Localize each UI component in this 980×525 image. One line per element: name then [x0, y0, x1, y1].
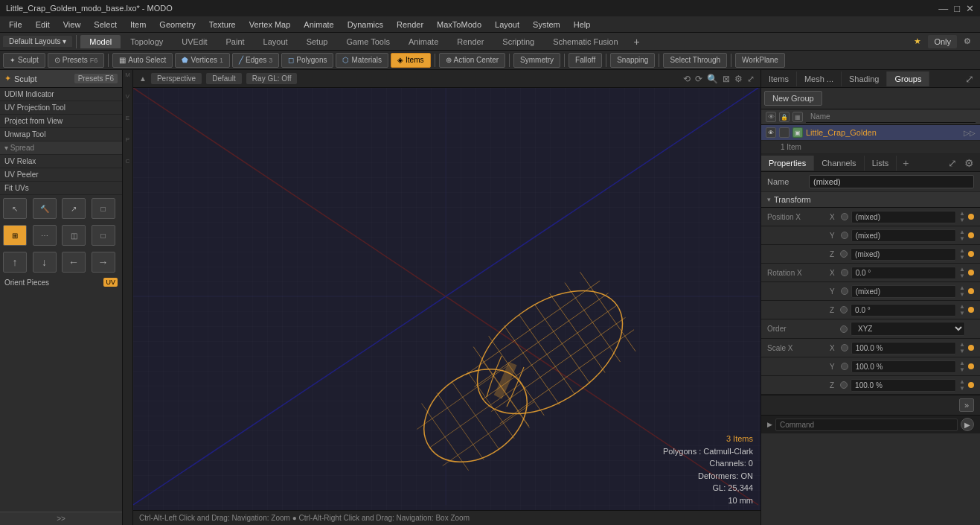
- snapping-button[interactable]: Snapping: [610, 53, 655, 68]
- menu-render[interactable]: Render: [391, 19, 429, 31]
- new-group-button[interactable]: New Group: [764, 91, 822, 106]
- group-row-1[interactable]: 👁 ▣ Little_Crap_Golden ▷▷: [761, 125, 980, 141]
- scale-y-circle[interactable]: [841, 363, 848, 370]
- presets-f6-button[interactable]: Presets F6: [74, 74, 118, 83]
- tool-icon-frame[interactable]: □: [92, 225, 115, 246]
- props-expand-icon[interactable]: ⤢: [945, 156, 960, 171]
- vertices-button[interactable]: ⬟ Vertices 1: [175, 53, 230, 68]
- tab-gametools[interactable]: Game Tools: [337, 35, 399, 48]
- menu-layout[interactable]: Layout: [489, 19, 525, 31]
- prop-tab-properties[interactable]: Properties: [761, 156, 814, 171]
- window-controls[interactable]: — □ ✕: [938, 3, 974, 14]
- menu-file[interactable]: File: [3, 19, 28, 31]
- name-input[interactable]: [809, 175, 974, 188]
- menu-dynamics[interactable]: Dynamics: [342, 19, 389, 31]
- rot-x-down[interactable]: ▼: [959, 273, 965, 279]
- vp-settings-icon[interactable]: ⚙: [734, 74, 743, 84]
- scale-x-up[interactable]: ▲: [959, 341, 965, 348]
- pos-z-up[interactable]: ▲: [959, 247, 965, 254]
- arrow-up[interactable]: ↑: [3, 252, 27, 273]
- scale-x-circle[interactable]: [841, 344, 848, 351]
- menu-system[interactable]: System: [527, 19, 566, 31]
- minimize-button[interactable]: —: [938, 3, 948, 14]
- pos-y-up[interactable]: ▲: [959, 229, 965, 235]
- action-center-button[interactable]: ⊕ Action Center: [439, 53, 506, 68]
- arrow-right[interactable]: →: [92, 252, 115, 273]
- rot-y-input[interactable]: [851, 285, 956, 298]
- tool-fit-uvs[interactable]: Fit UVs: [0, 182, 122, 195]
- transform-section[interactable]: ▾ Transform: [761, 192, 980, 208]
- vp-zoom-icon[interactable]: 🔍: [707, 74, 718, 84]
- tool-icon-arrow[interactable]: ↗: [62, 198, 86, 219]
- arrow-left[interactable]: ←: [62, 252, 86, 273]
- tool-icon-move[interactable]: ↖: [3, 198, 27, 219]
- arrow-down[interactable]: ↓: [33, 252, 57, 273]
- rot-y-down[interactable]: ▼: [959, 291, 965, 298]
- tab-uvedit[interactable]: UVEdit: [173, 35, 216, 48]
- presets-button[interactable]: ⊙ Presets F6: [48, 53, 104, 68]
- falloff-button[interactable]: Falloff: [569, 53, 602, 68]
- menu-help[interactable]: Help: [568, 19, 597, 31]
- tool-unwrap[interactable]: Unwrap Tool: [0, 128, 122, 141]
- rp-tab-shading[interactable]: Shading: [842, 71, 887, 86]
- menu-animate[interactable]: Animate: [298, 19, 339, 31]
- expand-button[interactable]: >>: [0, 512, 122, 525]
- settings-icon[interactable]: ⚙: [958, 34, 977, 48]
- scale-y-up[interactable]: ▲: [959, 360, 965, 366]
- materials-button[interactable]: ⬡ Materials: [336, 53, 388, 68]
- scale-y-down[interactable]: ▼: [959, 366, 965, 373]
- tab-paint[interactable]: Paint: [217, 35, 254, 48]
- tool-uv-peeler[interactable]: UV Peeler: [0, 168, 122, 182]
- layout-dropdown[interactable]: Default Layouts ▾: [3, 36, 72, 47]
- pos-z-down[interactable]: ▼: [959, 254, 965, 261]
- tool-udim[interactable]: UDIM Indicator: [0, 88, 122, 101]
- sculpt-button[interactable]: ✦ Sculpt: [3, 53, 45, 68]
- tool-uv-proj[interactable]: UV Projection Tool: [0, 101, 122, 115]
- order-circle[interactable]: [840, 325, 848, 333]
- menu-vertex-map[interactable]: Vertex Map: [243, 19, 297, 31]
- rot-x-input[interactable]: [851, 267, 956, 279]
- vp-expand-icon[interactable]: ⤢: [747, 74, 755, 84]
- prop-tab-lists[interactable]: Lists: [865, 156, 897, 171]
- tool-proj-view[interactable]: Project from View: [0, 115, 122, 128]
- rot-y-up[interactable]: ▲: [959, 284, 965, 291]
- perspective-button[interactable]: Perspective: [151, 73, 202, 84]
- tab-topology[interactable]: Topology: [121, 35, 172, 48]
- scale-y-input[interactable]: [851, 360, 956, 373]
- menu-maxtomodo[interactable]: MaxToModo: [431, 19, 487, 31]
- command-run-button[interactable]: ▶: [961, 418, 974, 431]
- edges-button[interactable]: ╱ Edges 3: [232, 53, 279, 68]
- viewport-canvas[interactable]: Y X Z 3 Items Polygons : Catmull-Clark C…: [133, 88, 760, 525]
- symmetry-button[interactable]: Symmetry: [513, 53, 560, 68]
- viewport[interactable]: ▲ Perspective Default Ray GL: Off ⟲ ⟳ 🔍 …: [133, 70, 760, 525]
- menu-texture[interactable]: Texture: [203, 19, 242, 31]
- pos-z-circle[interactable]: [840, 250, 848, 258]
- tool-icon-box[interactable]: □: [92, 198, 115, 219]
- tool-icon-dots[interactable]: ⋯: [33, 225, 57, 246]
- rp-tab-mesh[interactable]: Mesh ...: [797, 71, 842, 86]
- props-settings-icon[interactable]: ⚙: [961, 156, 977, 171]
- rot-z-up[interactable]: ▲: [959, 303, 965, 310]
- order-select[interactable]: XYZ: [851, 322, 965, 336]
- tool-uv-relax[interactable]: UV Relax: [0, 155, 122, 168]
- rot-x-up[interactable]: ▲: [959, 266, 965, 273]
- menu-geometry[interactable]: Geometry: [153, 19, 201, 31]
- items-button[interactable]: ◈ Items: [391, 53, 430, 68]
- rp-tab-items[interactable]: Items: [761, 71, 797, 86]
- pos-x-circle[interactable]: [841, 213, 848, 220]
- tab-animate[interactable]: Animate: [400, 35, 447, 48]
- scale-z-down[interactable]: ▼: [959, 385, 965, 392]
- default-button[interactable]: Default: [206, 73, 242, 84]
- rot-z-circle[interactable]: [840, 306, 848, 314]
- bottom-forward-button[interactable]: »: [959, 398, 974, 412]
- tab-layout[interactable]: Layout: [254, 35, 297, 48]
- select-through-button[interactable]: Select Through: [663, 53, 727, 68]
- menu-edit[interactable]: Edit: [30, 19, 56, 31]
- menu-item[interactable]: Item: [124, 19, 152, 31]
- pos-y-input[interactable]: [851, 229, 956, 242]
- scale-z-input[interactable]: [851, 379, 956, 392]
- pos-x-down[interactable]: ▼: [959, 217, 965, 223]
- pos-z-input[interactable]: [851, 248, 956, 261]
- pos-y-down[interactable]: ▼: [959, 235, 965, 242]
- prop-tab-channels[interactable]: Channels: [814, 156, 864, 171]
